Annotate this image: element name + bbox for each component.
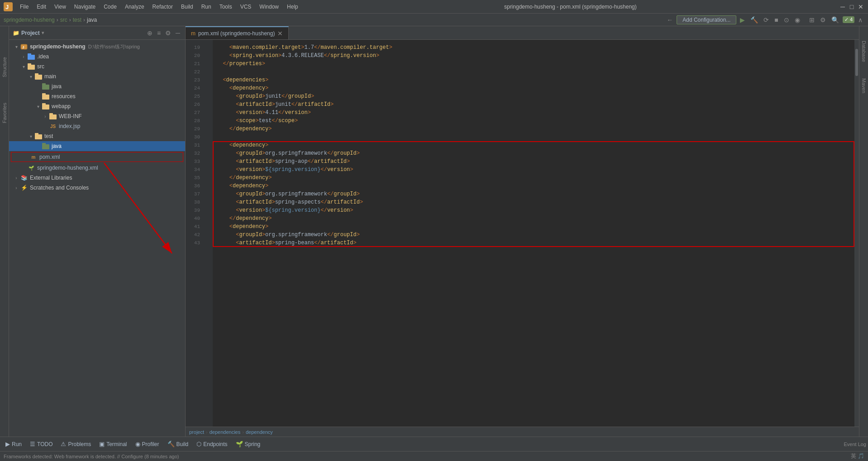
tree-item-test[interactable]: ▾ test (9, 131, 185, 141)
vertical-scrollbar[interactable] (854, 40, 859, 427)
profiler-toolbar-button[interactable]: ◉ Profiler (132, 440, 163, 448)
breadcrumb-test[interactable]: test (73, 17, 81, 23)
maximize-button[interactable]: □ (848, 3, 855, 10)
menu-vcs[interactable]: VCS (237, 3, 255, 11)
code-line-27: <version>4.11</version> (216, 109, 851, 117)
code-line-19: <maven.compiler.target>1.7</maven.compil… (216, 43, 851, 52)
maven-tab[interactable]: Maven (859, 75, 868, 97)
scrollbar-thumb[interactable] (855, 49, 858, 76)
close-button[interactable]: ✕ (857, 3, 864, 10)
menu-file[interactable]: File (16, 3, 32, 11)
code-line-22 (216, 68, 851, 76)
line-num-23: 23 (186, 76, 204, 84)
expand-button[interactable]: ∧ (856, 15, 864, 24)
structure-tab[interactable]: Structure (0, 53, 9, 81)
menu-analyze[interactable]: Analyze (121, 3, 148, 11)
panel-header: 📁 Project ▾ ⊕ ≡ ⚙ ─ (9, 26, 185, 40)
menu-edit[interactable]: Edit (33, 3, 50, 11)
project-structure-button[interactable]: ⊞ (807, 15, 816, 24)
line-num-33: 33 (186, 157, 204, 166)
systray-area: 英 🎵 (851, 452, 864, 460)
menu-help[interactable]: Help (283, 3, 302, 11)
menu-code[interactable]: Code (100, 3, 120, 11)
terminal-toolbar-button[interactable]: ▣ Terminal (95, 440, 130, 448)
run-icon: ▶ (5, 441, 10, 447)
line-num-30: 30 (186, 133, 204, 141)
tree-item-pom[interactable]: m pom.xml (11, 152, 183, 162)
dropdown-icon[interactable]: ▾ (42, 30, 44, 35)
settings-button[interactable]: ⚙ (818, 15, 828, 24)
reload-button[interactable]: ⟳ (762, 15, 771, 24)
tree-item-src[interactable]: ▾ src (9, 62, 185, 71)
favorites-tab[interactable]: Favorites (0, 99, 9, 127)
code-editor-container: 19 20 21 22 23 24 25 26 27 28 29 30 31 3… (186, 40, 859, 427)
code-line-25: <groupId>junit</groupId> (216, 92, 851, 100)
locate-button[interactable]: ⊕ (146, 29, 154, 37)
line-num-31: 31 (186, 141, 204, 149)
tree-item-main[interactable]: ▾ main (9, 71, 185, 81)
build-toolbar-button[interactable]: 🔨 Build (164, 440, 192, 448)
run-toolbar-button[interactable]: ▶ Run (2, 440, 25, 448)
expand-extlibs-icon: › (13, 176, 20, 181)
tree-item-project[interactable]: ▾ J springdemo-husheng D:\软件\ssm练习\sprin… (9, 42, 185, 52)
tree-item-indexjsp[interactable]: JS index.jsp (9, 121, 185, 131)
line-num-27: 27 (186, 109, 204, 117)
search-button[interactable]: 🔍 (830, 15, 841, 24)
code-content[interactable]: <maven.compiler.target>1.7</maven.compil… (213, 40, 854, 427)
tree-item-main-java[interactable]: java (9, 81, 185, 91)
tree-item-test-java[interactable]: java (9, 141, 185, 151)
menu-view[interactable]: View (51, 3, 70, 11)
tab-close-button[interactable]: ✕ (277, 30, 283, 37)
tree-item-scratches[interactable]: › ⚡ Scratches and Consoles (9, 183, 185, 193)
tree-item-extlibs[interactable]: › 📚 External Libraries (9, 173, 185, 183)
folder-icon: 📁 (13, 30, 19, 36)
menu-build[interactable]: Build (177, 3, 197, 11)
stop-button[interactable]: ■ (773, 15, 780, 24)
gear-button[interactable]: ⚙ (164, 29, 172, 37)
resources-label: resources (52, 93, 76, 100)
minimize-button[interactable]: ─ (839, 3, 846, 10)
breadcrumb-project[interactable]: springdemo-husheng (4, 17, 55, 23)
tree-item-webapp[interactable]: ▾ webapp (9, 101, 185, 111)
menu-run[interactable]: Run (198, 3, 215, 11)
profile-button[interactable]: ◉ (793, 15, 802, 24)
breadcrumb-deps-node[interactable]: dependencies (210, 429, 241, 435)
main-label: main (44, 73, 56, 80)
breadcrumb-src[interactable]: src (60, 17, 67, 23)
menu-window[interactable]: Window (256, 3, 282, 11)
spring-xml-icon: 🌱 (27, 164, 35, 171)
editor-tab-pom[interactable]: m pom.xml (springdemo-husheng) ✕ (186, 26, 289, 39)
nav-right: ← Add Configuration... ▶ 🔨 ⟳ ■ ⊙ ◉ ⊞ ⚙ 🔍… (665, 15, 864, 24)
nav-back-button[interactable]: ← (665, 15, 675, 24)
menu-navigate[interactable]: Navigate (71, 3, 99, 11)
event-log-label[interactable]: Event Log (844, 442, 866, 447)
problems-toolbar-button[interactable]: ⚠ Problems (57, 440, 95, 448)
window-title: springdemo-husheng - pom.xml (springdemo… (302, 4, 839, 10)
tree-item-webinf[interactable]: › WEB-INF (9, 111, 185, 121)
coverage-button[interactable]: ⊙ (782, 15, 791, 24)
spring-toolbar-button[interactable]: 🌱 Spring (232, 440, 264, 448)
scratches-label: Scratches and Consoles (30, 185, 89, 191)
breadcrumb-dep-node[interactable]: dependency (246, 429, 273, 435)
database-tab[interactable]: Database (859, 37, 868, 66)
breadcrumb-java[interactable]: java (87, 17, 97, 23)
add-configuration-button[interactable]: Add Configuration... (677, 15, 736, 24)
collapse-button[interactable]: ≡ (156, 29, 162, 37)
build-button[interactable]: 🔨 (749, 15, 760, 24)
endpoints-toolbar-button[interactable]: ⬡ Endpoints (193, 440, 231, 448)
breadcrumb-project-node[interactable]: project (189, 429, 204, 435)
tree-item-idea[interactable]: › .idea (9, 52, 185, 62)
run-button[interactable]: ▶ (738, 15, 747, 24)
tree-item-springxml[interactable]: 🌱 springdemo-husheng.xml (9, 163, 185, 173)
tab-label: pom.xml (springdemo-husheng) (198, 30, 275, 37)
tree-item-resources[interactable]: resources (9, 91, 185, 101)
menu-refactor[interactable]: Refactor (149, 3, 176, 11)
spring-label: Spring (245, 441, 261, 447)
minimize-panel-button[interactable]: ─ (174, 29, 181, 37)
springxml-label: springdemo-husheng.xml (37, 165, 98, 171)
project-panel: 📁 Project ▾ ⊕ ≡ ⚙ ─ ▾ J springdemo-hushe… (9, 26, 186, 437)
code-line-21: </properties> (216, 60, 851, 68)
todo-toolbar-button[interactable]: ☰ TODO (26, 440, 56, 448)
line-num-36: 36 (186, 182, 204, 190)
menu-tools[interactable]: Tools (216, 3, 236, 11)
